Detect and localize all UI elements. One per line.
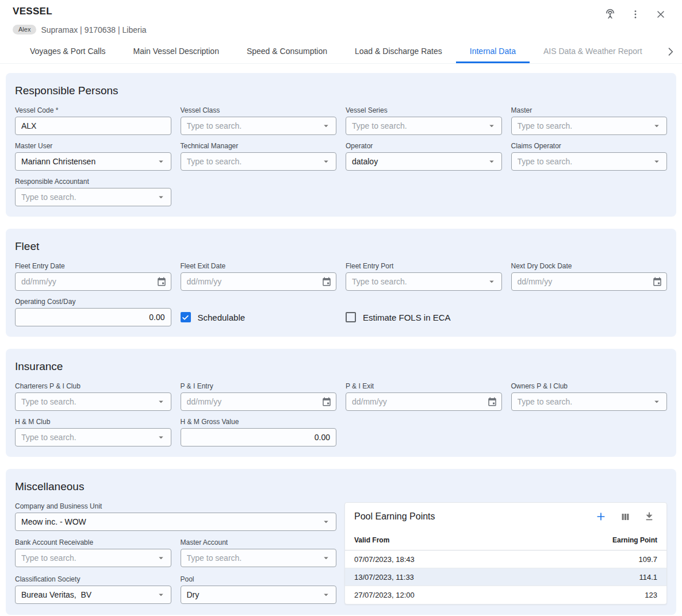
pool-input[interactable] xyxy=(181,586,337,604)
responsible-accountant-input[interactable] xyxy=(15,188,171,206)
field-label: Fleet Entry Date xyxy=(15,262,171,270)
operating-cost-day-input[interactable] xyxy=(15,308,171,326)
columns-icon[interactable] xyxy=(619,511,631,522)
checkbox-unchecked-icon[interactable] xyxy=(346,312,356,322)
chevron-down-icon[interactable] xyxy=(156,156,166,167)
tab-scroll-right-icon[interactable] xyxy=(664,45,677,59)
schedulable-checkbox[interactable]: Schedulable xyxy=(181,308,337,326)
fleet-entry-date-input[interactable] xyxy=(15,272,171,291)
chevron-down-icon[interactable] xyxy=(652,156,662,167)
calendar-icon[interactable] xyxy=(321,276,332,287)
download-icon[interactable] xyxy=(643,511,655,522)
claims-operator-input[interactable] xyxy=(511,152,668,171)
operator-input[interactable] xyxy=(346,152,502,171)
field-master-user: Master User xyxy=(15,142,171,171)
vessel-code-badge: Alex xyxy=(13,25,36,34)
chevron-down-icon[interactable] xyxy=(652,396,662,407)
master-input[interactable] xyxy=(511,117,668,135)
hm-gross-value-input[interactable] xyxy=(181,428,337,446)
chevron-down-icon[interactable] xyxy=(156,192,166,202)
vessel-series-input[interactable] xyxy=(346,117,502,135)
field-master: Master xyxy=(511,106,668,135)
calendar-icon[interactable] xyxy=(652,276,662,287)
field-label: P & I Exit xyxy=(346,382,502,390)
pi-exit-input[interactable] xyxy=(346,392,502,411)
chevron-down-icon[interactable] xyxy=(486,276,497,287)
vessel-code-input[interactable] xyxy=(15,117,171,135)
master-account-input[interactable] xyxy=(181,549,337,567)
field-fleet-entry-date: Fleet Entry Date xyxy=(15,262,171,291)
field-label: Pool xyxy=(181,575,337,583)
more-vert-icon[interactable] xyxy=(629,8,642,21)
close-icon[interactable] xyxy=(654,8,667,21)
company-and-business-unit-input[interactable] xyxy=(15,513,336,531)
checkbox-checked-icon[interactable] xyxy=(181,312,191,322)
chevron-down-icon[interactable] xyxy=(321,121,331,131)
table-row[interactable]: 07/07/2023, 18:43 109.7 xyxy=(345,550,666,568)
calendar-icon[interactable] xyxy=(321,396,332,407)
chevron-down-icon[interactable] xyxy=(156,396,166,407)
fleet-exit-date-input[interactable] xyxy=(181,272,337,291)
tab-load-discharge-rates[interactable]: Load & Discharge Rates xyxy=(341,40,456,63)
field-label: Responsible Accountant xyxy=(15,178,171,186)
classification-society-input[interactable] xyxy=(15,586,171,604)
vessel-subtitle: Supramax | 9170638 | Liberia xyxy=(41,25,146,34)
tab-voyages-port-calls[interactable]: Voyages & Port Calls xyxy=(16,40,120,63)
hm-club-input[interactable] xyxy=(15,428,171,446)
section-responsible-persons: Responsible Persons Vessel Code * Vessel… xyxy=(6,73,676,217)
field-label: Claims Operator xyxy=(511,142,668,150)
calendar-icon[interactable] xyxy=(487,396,497,407)
table-row[interactable]: 27/07/2023, 12:00 123 xyxy=(345,586,666,604)
tab-cor-truncated[interactable]: Cor xyxy=(656,40,662,63)
section-title: Insurance xyxy=(15,360,667,373)
tab-speed-consumption[interactable]: Speed & Consumption xyxy=(233,40,341,63)
add-icon[interactable] xyxy=(595,511,607,522)
field-owners-pi-club: Owners P & I Club xyxy=(511,382,668,411)
chevron-down-icon[interactable] xyxy=(321,517,331,527)
chevron-down-icon[interactable] xyxy=(321,156,331,167)
estimate-fols-in-eca-checkbox[interactable]: Estimate FOLS in ECA xyxy=(346,308,502,326)
field-pool: Pool xyxy=(181,575,337,605)
field-label: Bank Account Receivable xyxy=(15,538,171,546)
chevron-down-icon[interactable] xyxy=(156,590,166,600)
valid-from-cell: 13/07/2023, 11:33 xyxy=(354,573,414,582)
chevron-down-icon[interactable] xyxy=(321,590,331,600)
owners-pi-club-input[interactable] xyxy=(511,392,668,411)
tab-internal-data[interactable]: Internal Data xyxy=(456,40,530,63)
field-company-and-business-unit: Company and Business Unit xyxy=(15,502,336,532)
fleet-entry-port-input[interactable] xyxy=(346,272,502,291)
charterers-pi-club-input[interactable] xyxy=(15,392,171,411)
tab-main-vessel-description[interactable]: Main Vessel Description xyxy=(120,40,233,63)
field-master-account: Master Account xyxy=(181,538,337,568)
chevron-down-icon[interactable] xyxy=(486,156,497,167)
field-vessel-code: Vessel Code * xyxy=(15,106,171,135)
section-insurance: Insurance Charterers P & I Club P & I En… xyxy=(6,349,676,457)
chevron-down-icon[interactable] xyxy=(321,553,331,563)
chevron-down-icon[interactable] xyxy=(652,121,662,131)
chevron-down-icon[interactable] xyxy=(156,432,166,442)
vessel-class-input[interactable] xyxy=(181,117,337,135)
tab-ais-data-weather-report[interactable]: AIS Data & Weather Report xyxy=(530,40,656,63)
field-pi-entry: P & I Entry xyxy=(181,382,337,411)
field-label: Technical Manager xyxy=(181,142,337,150)
earning-point-cell: 109.7 xyxy=(638,555,657,564)
calendar-icon[interactable] xyxy=(156,276,167,287)
field-label: Operator xyxy=(346,142,502,150)
field-bank-account-receivable: Bank Account Receivable xyxy=(15,538,171,568)
broadcast-icon[interactable] xyxy=(604,8,616,21)
valid-from-cell: 27/07/2023, 12:00 xyxy=(354,591,415,599)
next-dry-dock-date-input[interactable] xyxy=(511,272,668,291)
pool-earning-points-panel: Pool Earning Points Valid From Ear xyxy=(344,502,667,605)
table-row[interactable]: 13/07/2023, 11:33 114.1 xyxy=(345,568,666,586)
pi-entry-input[interactable] xyxy=(181,392,337,411)
chevron-down-icon[interactable] xyxy=(486,121,497,131)
section-title: Responsible Persons xyxy=(15,84,667,97)
field-label: Company and Business Unit xyxy=(15,502,336,510)
technical-manager-input[interactable] xyxy=(181,152,337,171)
checkbox-label: Estimate FOLS in ECA xyxy=(363,313,451,322)
pool-earning-points-table: Valid From Earning Point 07/07/2023, 18:… xyxy=(345,528,666,604)
bank-account-receivable-input[interactable] xyxy=(15,549,171,567)
chevron-down-icon[interactable] xyxy=(156,553,166,563)
master-user-input[interactable] xyxy=(15,152,171,171)
field-fleet-entry-port: Fleet Entry Port xyxy=(346,262,502,291)
